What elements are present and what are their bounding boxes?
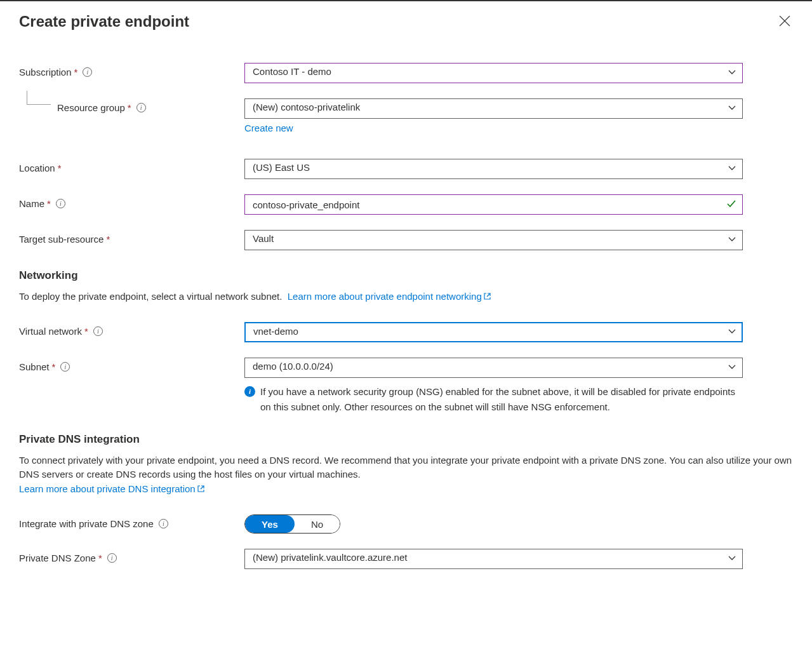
label-location: Location * xyxy=(19,159,244,173)
dns-heading: Private DNS integration xyxy=(19,433,793,446)
info-icon[interactable]: i xyxy=(83,67,92,77)
required-indicator: * xyxy=(98,553,102,563)
create-new-link[interactable]: Create new xyxy=(244,123,293,133)
nsg-info-note: i If you have a network security group (… xyxy=(244,384,743,414)
label-private-dns-zone: Private DNS Zone * i xyxy=(19,549,244,563)
required-indicator: * xyxy=(128,102,131,113)
checkmark-icon xyxy=(726,199,736,211)
networking-heading: Networking xyxy=(19,269,793,282)
subscription-select[interactable]: Contoso IT - demo xyxy=(244,63,743,83)
external-link-icon xyxy=(197,483,205,497)
integrate-dns-toggle: Yes No xyxy=(244,514,340,534)
label-name: Name * i xyxy=(19,194,244,209)
close-button[interactable] xyxy=(776,13,793,31)
target-subresource-select[interactable]: Vault xyxy=(244,230,743,250)
info-icon[interactable]: i xyxy=(60,362,70,372)
close-icon xyxy=(779,15,790,29)
label-subnet: Subnet * i xyxy=(19,358,244,372)
required-indicator: * xyxy=(52,361,56,372)
info-icon[interactable]: i xyxy=(93,326,103,336)
svg-line-2 xyxy=(487,293,490,297)
label-subscription: Subscription * i xyxy=(19,63,244,77)
required-indicator: * xyxy=(74,67,78,77)
row-integrate-dns: Integrate with private DNS zone i Yes No xyxy=(19,514,793,534)
label-integrate-dns: Integrate with private DNS zone i xyxy=(19,514,244,529)
info-icon[interactable]: i xyxy=(159,519,168,528)
row-subscription: Subscription * i Contoso IT - demo xyxy=(19,63,793,83)
name-input-wrap xyxy=(244,194,743,215)
name-input[interactable] xyxy=(244,194,743,215)
tree-connector xyxy=(27,91,51,105)
info-icon[interactable]: i xyxy=(107,553,117,563)
location-select[interactable]: (US) East US xyxy=(244,159,743,179)
row-target-subresource: Target sub-resource * Vault xyxy=(19,230,793,250)
row-name: Name * i xyxy=(19,194,793,215)
learn-more-dns-link[interactable]: Learn more about private DNS integration xyxy=(19,483,205,494)
row-private-dns-zone: Private DNS Zone * i (New) privatelink.v… xyxy=(19,549,793,569)
required-indicator: * xyxy=(84,326,88,337)
virtual-network-select[interactable]: vnet-demo xyxy=(244,322,743,342)
panel-header: Create private endpoint xyxy=(19,13,793,31)
networking-desc: To deploy the private endpoint, select a… xyxy=(19,290,793,304)
info-icon[interactable]: i xyxy=(56,199,65,208)
learn-more-networking-link[interactable]: Learn more about private endpoint networ… xyxy=(288,291,491,302)
info-filled-icon: i xyxy=(244,386,255,397)
row-location: Location * (US) East US xyxy=(19,159,793,179)
page-title: Create private endpoint xyxy=(19,13,189,30)
row-subnet: Subnet * i demo (10.0.0.0/24) i If you h… xyxy=(19,358,793,414)
required-indicator: * xyxy=(106,234,110,245)
required-indicator: * xyxy=(58,163,62,173)
toggle-yes[interactable]: Yes xyxy=(245,515,295,533)
subnet-select[interactable]: demo (10.0.0.0/24) xyxy=(244,358,743,378)
row-virtual-network: Virtual network * i vnet-demo xyxy=(19,322,793,342)
label-target-subresource: Target sub-resource * xyxy=(19,230,244,245)
label-resource-group: Resource group * i xyxy=(19,98,244,113)
toggle-no[interactable]: No xyxy=(295,515,340,533)
label-virtual-network: Virtual network * i xyxy=(19,322,244,337)
svg-line-3 xyxy=(201,486,204,489)
required-indicator: * xyxy=(47,198,51,209)
row-resource-group: Resource group * i (New) contoso-private… xyxy=(19,98,793,133)
resource-group-select[interactable]: (New) contoso-privatelink xyxy=(244,98,743,119)
create-private-endpoint-panel: Create private endpoint Subscription * i… xyxy=(0,0,812,603)
private-dns-zone-select[interactable]: (New) privatelink.vaultcore.azure.net xyxy=(244,549,743,569)
external-link-icon xyxy=(483,290,491,305)
dns-desc: To connect privately with your private e… xyxy=(19,453,793,497)
info-icon[interactable]: i xyxy=(136,103,146,112)
